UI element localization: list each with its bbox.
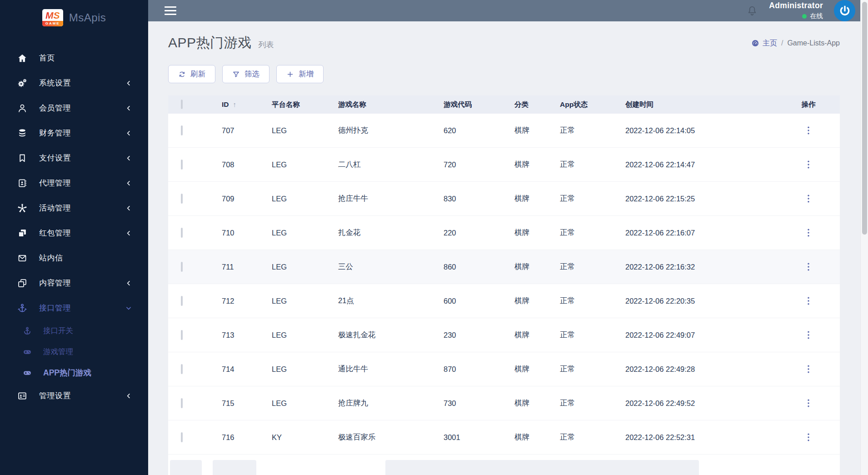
cell-category: 棋牌 bbox=[500, 398, 545, 408]
select-all-checkbox[interactable] bbox=[181, 100, 183, 109]
row-actions-kebab-icon[interactable] bbox=[803, 431, 814, 444]
sidebar-item-label: 管理设置 bbox=[39, 390, 125, 401]
row-actions-kebab-icon[interactable] bbox=[803, 295, 814, 307]
row-actions-kebab-icon[interactable] bbox=[803, 226, 814, 239]
row-actions-kebab-icon[interactable] bbox=[803, 158, 814, 171]
column-header-platform[interactable]: 平台名称 bbox=[257, 100, 324, 110]
pagination-partial bbox=[168, 455, 840, 475]
database-icon bbox=[17, 128, 27, 138]
pagination-block bbox=[170, 460, 202, 475]
sidebar-item-payment-settings[interactable]: 支付设置 bbox=[0, 145, 148, 170]
row-checkbox[interactable] bbox=[181, 194, 183, 204]
row-actions-kebab-icon[interactable] bbox=[803, 363, 814, 375]
cell-id: 709 bbox=[207, 195, 257, 203]
row-checkbox[interactable] bbox=[181, 330, 183, 340]
sidebar-item-site-messages[interactable]: 站内信 bbox=[0, 245, 148, 270]
filter-button[interactable]: 筛选 bbox=[222, 65, 269, 83]
refresh-button[interactable]: 刷新 bbox=[168, 65, 215, 83]
sidebar-item-activities[interactable]: 活动管理 bbox=[0, 195, 148, 220]
row-actions-kebab-icon[interactable] bbox=[803, 260, 814, 273]
home-icon bbox=[17, 53, 27, 63]
table-row: 707 LEG 德州扑克 620 棋牌 正常 2022-12-06 22:14:… bbox=[168, 114, 840, 148]
cell-platform: LEG bbox=[257, 263, 324, 271]
column-header-created-at[interactable]: 创建时间 bbox=[611, 100, 777, 110]
column-header-app-status[interactable]: App状态 bbox=[545, 100, 611, 110]
sidebar-item-agents[interactable]: 代理管理 bbox=[0, 170, 148, 195]
cell-created-at: 2022-12-06 22:49:28 bbox=[611, 365, 777, 374]
username: Administrator bbox=[769, 1, 823, 10]
breadcrumb: 主页 / Game-Lists-App bbox=[751, 39, 840, 48]
row-checkbox[interactable] bbox=[181, 262, 183, 272]
column-header-game-code[interactable]: 游戏代码 bbox=[429, 100, 500, 110]
cell-created-at: 2022-12-06 22:20:35 bbox=[611, 297, 777, 305]
sidebar-toggle-button[interactable] bbox=[165, 6, 176, 15]
avatar[interactable] bbox=[834, 0, 855, 21]
topbar: Administrator 在线 bbox=[148, 0, 868, 21]
cell-game-code: 830 bbox=[429, 195, 500, 203]
row-actions-kebab-icon[interactable] bbox=[803, 124, 814, 137]
cell-game-code: 3001 bbox=[429, 433, 500, 442]
refresh-button-label: 刷新 bbox=[190, 69, 205, 79]
cell-id: 708 bbox=[207, 160, 257, 169]
sidebar-item-members[interactable]: 会员管理 bbox=[0, 95, 148, 120]
chevron-left-icon bbox=[125, 205, 132, 211]
row-checkbox[interactable] bbox=[181, 398, 183, 408]
cell-category: 棋牌 bbox=[500, 125, 545, 135]
cell-category: 棋牌 bbox=[500, 160, 545, 170]
row-actions-kebab-icon[interactable] bbox=[803, 192, 814, 205]
breadcrumb-home-link[interactable]: 主页 bbox=[751, 39, 777, 48]
row-checkbox[interactable] bbox=[181, 125, 183, 135]
cell-id: 716 bbox=[207, 433, 257, 442]
cell-id: 714 bbox=[207, 365, 257, 374]
cell-game-name: 三公 bbox=[324, 262, 429, 272]
envelope-icon bbox=[17, 253, 27, 263]
sidebar-item-label: 站内信 bbox=[39, 253, 132, 263]
row-checkbox[interactable] bbox=[181, 432, 183, 442]
page-header: APP热门游戏 列表 主页 / Game-Lists-App bbox=[168, 34, 840, 52]
notifications-bell-icon[interactable] bbox=[746, 5, 758, 17]
sidebar-item-home[interactable]: 首页 bbox=[0, 45, 148, 70]
cell-category: 棋牌 bbox=[500, 432, 545, 442]
table-row: 715 LEG 抢庄牌九 730 棋牌 正常 2022-12-06 22:49:… bbox=[168, 386, 840, 420]
table-row: 713 LEG 极速扎金花 230 棋牌 正常 2022-12-06 22:49… bbox=[168, 318, 840, 352]
cell-created-at: 2022-12-06 22:16:07 bbox=[611, 229, 777, 237]
row-actions-kebab-icon[interactable] bbox=[803, 397, 814, 410]
sidebar-subitem-game-management[interactable]: 游戏管理 bbox=[0, 341, 148, 362]
window-scrollbar[interactable] bbox=[860, 0, 868, 475]
gears-icon bbox=[17, 78, 27, 88]
user-menu[interactable]: Administrator 在线 bbox=[769, 1, 823, 20]
logo-ms-text: MS bbox=[45, 10, 60, 21]
row-actions-kebab-icon[interactable] bbox=[803, 329, 814, 341]
cell-app-status: 正常 bbox=[545, 160, 611, 170]
row-checkbox[interactable] bbox=[181, 228, 183, 238]
table-row: 708 LEG 二八杠 720 棋牌 正常 2022-12-06 22:14:4… bbox=[168, 148, 840, 182]
sidebar-item-api-management[interactable]: 接口管理 bbox=[0, 295, 148, 320]
table-row: 710 LEG 扎金花 220 棋牌 正常 2022-12-06 22:16:0… bbox=[168, 216, 840, 250]
column-header-id[interactable]: ID↑ bbox=[207, 100, 257, 109]
cell-game-name: 二八杠 bbox=[324, 160, 429, 170]
sidebar-item-admin-settings[interactable]: 管理设置 bbox=[0, 383, 148, 408]
sidebar-subitem-api-switch[interactable]: 接口开关 bbox=[0, 320, 148, 341]
column-header-game-name[interactable]: 游戏名称 bbox=[324, 100, 429, 110]
sidebar-item-red-packets[interactable]: 红包管理 bbox=[0, 220, 148, 245]
app-window: MS GAME MsApis 首页 系统设置 会员管理 财 bbox=[0, 0, 868, 475]
sidebar-subitem-label: 接口开关 bbox=[43, 326, 73, 336]
add-button[interactable]: 新增 bbox=[276, 65, 324, 83]
chevron-left-icon bbox=[125, 155, 132, 161]
sidebar-item-system-settings[interactable]: 系统设置 bbox=[0, 70, 148, 95]
cell-platform: LEG bbox=[257, 331, 324, 340]
plus-icon bbox=[286, 70, 294, 78]
scrollbar-thumb[interactable] bbox=[862, 2, 867, 235]
column-header-category[interactable]: 分类 bbox=[500, 100, 545, 110]
brand-logo[interactable]: MS GAME MsApis bbox=[0, 0, 148, 35]
row-checkbox[interactable] bbox=[181, 296, 183, 306]
row-checkbox[interactable] bbox=[181, 160, 183, 170]
sidebar-item-finance[interactable]: 财务管理 bbox=[0, 120, 148, 145]
cell-category: 棋牌 bbox=[500, 194, 545, 204]
cell-id: 715 bbox=[207, 399, 257, 408]
sidebar-subitem-app-hot-games[interactable]: APP热门游戏 bbox=[0, 362, 148, 383]
row-checkbox[interactable] bbox=[181, 364, 183, 374]
cell-game-code: 620 bbox=[429, 126, 500, 135]
cell-game-code: 230 bbox=[429, 331, 500, 340]
sidebar-item-content[interactable]: 内容管理 bbox=[0, 270, 148, 295]
